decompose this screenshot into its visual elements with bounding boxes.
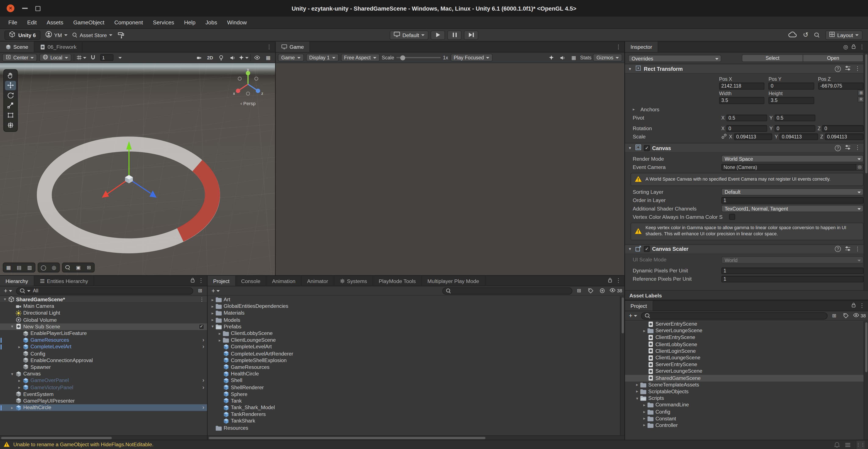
search-by-type-icon[interactable]: ⊞ — [574, 287, 584, 295]
tree-row[interactable]: Global Volume — [0, 317, 207, 323]
foldout-closed-icon[interactable]: ▸ — [217, 331, 222, 336]
foldout-open-icon[interactable]: ▾ — [2, 297, 8, 302]
lock-icon[interactable] — [851, 302, 856, 309]
foldout-open-icon[interactable]: ▾ — [634, 396, 640, 401]
presets-icon[interactable] — [845, 246, 851, 252]
tree-row[interactable]: Main Camera — [0, 303, 207, 310]
rotate-tool-button[interactable] — [5, 91, 16, 100]
metrics-icon[interactable]: ▦ — [569, 54, 578, 61]
project-search-input[interactable] — [442, 287, 572, 294]
2d-toggle[interactable]: 2D — [205, 54, 215, 61]
pause-button[interactable] — [447, 30, 462, 39]
presets-icon[interactable] — [845, 65, 851, 72]
effects-toggle-icon[interactable] — [239, 54, 249, 61]
tab-console[interactable]: Console — [236, 276, 267, 286]
tree-row[interactable]: ShellRenderer — [208, 384, 620, 391]
tab-inspector[interactable]: Inspector — [625, 41, 658, 52]
foldout-closed-icon[interactable]: ▸ — [9, 405, 15, 410]
prefab-open-arrow[interactable]: › — [203, 378, 204, 383]
prefab-open-arrow[interactable]: › — [203, 344, 204, 350]
tree-row[interactable]: Directional Light — [0, 310, 207, 317]
create-asset-button[interactable]: + — [627, 312, 639, 319]
mute-audio-icon[interactable] — [558, 54, 567, 61]
foldout-closed-icon[interactable]: ▸ — [17, 378, 22, 383]
pos-x-field[interactable]: 2142.118 — [719, 83, 765, 90]
tree-row[interactable]: ▸ServerLoungeScene — [625, 327, 868, 334]
tree-row[interactable]: EnableConnectionApproval — [0, 357, 207, 364]
version-control-icon[interactable] — [117, 31, 125, 38]
kebab-icon[interactable]: ⋮ — [855, 145, 860, 151]
overlay-menu-icon[interactable]: ▦ — [264, 54, 273, 61]
tab-hierarchy[interactable]: Hierarchy — [0, 276, 34, 286]
menu-jobs[interactable]: Jobs — [200, 17, 222, 28]
scale-y-field[interactable]: 0.094113 — [780, 133, 818, 140]
menu-services[interactable]: Services — [148, 17, 179, 28]
foldout-closed-icon[interactable]: ▸ — [642, 402, 647, 408]
tree-row[interactable]: Tank — [208, 397, 620, 404]
foldout-open-icon[interactable]: ▾ — [9, 324, 15, 329]
tree-row[interactable]: ▸ClientLoungeScene — [208, 337, 620, 343]
inspector-mode-icon[interactable]: ◎ — [843, 44, 848, 50]
kebab-icon[interactable]: ⋮ — [198, 278, 204, 283]
overrides-dropdown[interactable]: Overrides — [628, 55, 721, 62]
tree-row[interactable]: ServerEntryScene — [625, 321, 868, 327]
scale-slider[interactable] — [397, 57, 441, 58]
foldout-closed-icon[interactable]: ▸ — [210, 297, 215, 302]
menu-assets[interactable]: Assets — [42, 17, 68, 28]
menu-component[interactable]: Component — [110, 17, 148, 28]
tree-row[interactable]: Tank_Shark_Model — [208, 404, 620, 411]
step-button[interactable] — [464, 30, 478, 39]
tree-row[interactable]: ▾New Sub Scene✓ — [0, 323, 207, 330]
foldout-closed-icon[interactable]: ▸ — [217, 338, 222, 343]
notifications-icon[interactable] — [834, 442, 840, 448]
audio-toggle-icon[interactable] — [227, 54, 237, 61]
tab-entities-hierarchy[interactable]: Entities Hierarchy — [34, 276, 94, 286]
window-maximize-button[interactable] — [35, 6, 40, 11]
prefab-open-arrow[interactable]: › — [203, 405, 204, 411]
kebab-icon[interactable]: ⋮ — [859, 303, 865, 308]
tool-pivot-dropdown[interactable]: Center — [2, 54, 37, 61]
tree-row[interactable]: ClientLobbyScene — [625, 341, 868, 348]
playmode-target-dropdown[interactable]: Default — [390, 30, 429, 39]
height-field[interactable]: 3.5 — [769, 97, 814, 104]
kebab-icon[interactable]: ⋮ — [616, 44, 621, 50]
play-focused-dropdown[interactable]: Play Focused — [450, 54, 493, 61]
rotation-x-field[interactable]: 0 — [726, 125, 767, 131]
tree-row[interactable]: ServerEntryScene — [625, 361, 868, 368]
tree-row[interactable]: Sphere — [208, 391, 620, 397]
kebab-icon[interactable]: ⋮ — [616, 278, 621, 283]
event-camera-field[interactable]: None (Camera)◎ — [721, 164, 864, 170]
overlay-gizmo-icon[interactable]: ⊞ — [84, 264, 93, 271]
stats-button[interactable]: Stats — [580, 54, 592, 61]
menu-window[interactable]: Window — [222, 17, 252, 28]
tree-row[interactable]: ▸SceneTemplateAssets — [625, 381, 868, 388]
aspect-dropdown[interactable]: Free Aspect — [341, 54, 379, 61]
window-minimize-button[interactable] — [22, 8, 28, 9]
tree-row[interactable]: ▸Materials — [208, 310, 620, 317]
menu-help[interactable]: Help — [179, 17, 200, 28]
gizmos-dropdown[interactable]: Gizmos — [593, 54, 622, 61]
overlay-shaded-icon[interactable]: ▥ — [25, 264, 34, 271]
kebab-icon[interactable]: ⋮ — [859, 44, 865, 50]
foldout-closed-icon[interactable]: ▸ — [634, 382, 640, 387]
cloud-icon[interactable] — [788, 31, 797, 38]
lighting-toggle-icon[interactable] — [216, 54, 226, 61]
canvas-header[interactable]: ▾ ✓ Canvas ? ⋮ — [625, 143, 864, 153]
menu-file[interactable]: File — [3, 17, 22, 28]
lock-icon[interactable] — [608, 277, 612, 284]
pivot-x-field[interactable]: 0.5 — [726, 114, 767, 121]
foldout-closed-icon[interactable]: ▸ — [17, 345, 22, 350]
object-picker-icon[interactable]: ◎ — [856, 164, 863, 170]
layout-dropdown[interactable]: Layout — [826, 30, 863, 39]
foldout-closed-icon[interactable]: ▸ — [634, 389, 640, 394]
tree-row[interactable]: EventSystem — [0, 391, 207, 397]
tree-row[interactable]: ▸ScriptableObjects — [625, 388, 868, 395]
foldout-open-icon[interactable]: ▾ — [627, 246, 633, 251]
account-dropdown[interactable]: YM — [45, 31, 67, 39]
tree-row[interactable]: ▸CompleteLevelArt› — [0, 343, 207, 350]
game-viewport[interactable] — [276, 63, 624, 275]
tree-row[interactable]: ▾Prefabs — [208, 323, 620, 330]
overlay-grid-icon[interactable]: ▦ — [4, 264, 13, 271]
rect-tool-button[interactable] — [5, 111, 16, 120]
foldout-open-icon[interactable]: ▾ — [9, 371, 15, 377]
